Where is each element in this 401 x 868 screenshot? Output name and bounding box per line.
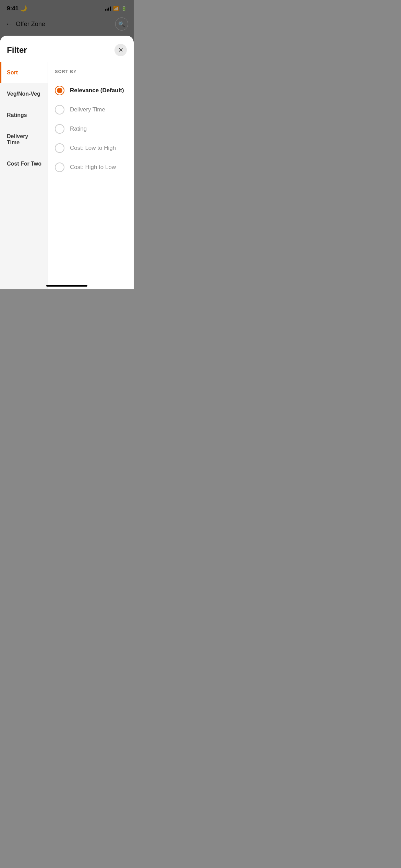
radio-delivery-time[interactable] [55, 105, 64, 114]
sidebar-item-delivery-time[interactable]: Delivery Time [0, 126, 48, 153]
radio-relevance[interactable] [55, 86, 64, 95]
sort-option-cost-low-high[interactable]: Cost: Low to High [55, 138, 127, 158]
radio-rating[interactable] [55, 124, 64, 134]
radio-inner-relevance [57, 88, 62, 93]
sort-option-delivery-time[interactable]: Delivery Time [55, 100, 127, 119]
filter-body: Sort Veg/Non-Veg Ratings Delivery Time C… [0, 62, 134, 289]
sidebar-item-cost-for-two[interactable]: Cost For Two [0, 153, 48, 174]
filter-sidebar: Sort Veg/Non-Veg Ratings Delivery Time C… [0, 62, 48, 289]
filter-sheet: Filter ✕ Sort Veg/Non-Veg Ratings Delive… [0, 36, 134, 289]
sort-option-relevance[interactable]: Relevance (Default) [55, 81, 127, 100]
filter-title: Filter [7, 45, 27, 55]
filter-content: SORT BY Relevance (Default) Delivery Tim… [48, 62, 134, 289]
sort-label-cost-low-high: Cost: Low to High [70, 145, 116, 152]
sort-option-rating[interactable]: Rating [55, 119, 127, 138]
sidebar-item-veg-non-veg[interactable]: Veg/Non-Veg [0, 83, 48, 105]
sort-label-cost-high-low: Cost: High to Low [70, 164, 116, 171]
sidebar-item-ratings[interactable]: Ratings [0, 105, 48, 126]
close-button[interactable]: ✕ [114, 44, 127, 56]
sort-label-relevance: Relevance (Default) [70, 87, 124, 94]
home-indicator [46, 285, 87, 287]
sort-by-label: SORT BY [55, 69, 127, 74]
radio-cost-high-low[interactable] [55, 162, 64, 172]
filter-header: Filter ✕ [0, 36, 134, 62]
sidebar-item-sort[interactable]: Sort [0, 62, 48, 83]
sort-option-cost-high-low[interactable]: Cost: High to Low [55, 158, 127, 177]
sort-label-rating: Rating [70, 125, 87, 132]
sort-label-delivery-time: Delivery Time [70, 106, 105, 113]
radio-cost-low-high[interactable] [55, 143, 64, 153]
